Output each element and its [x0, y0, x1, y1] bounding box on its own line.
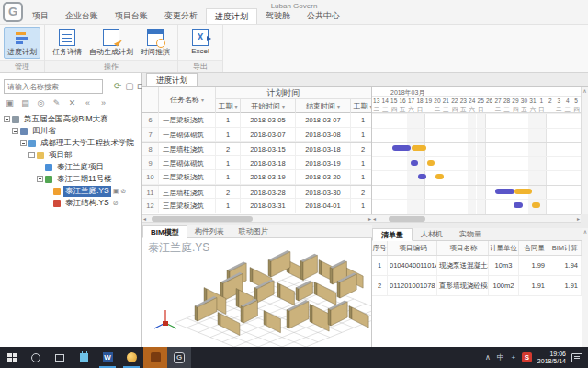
- locate-icon[interactable]: ◎: [36, 98, 46, 108]
- gold-app-button[interactable]: [119, 347, 143, 368]
- qty-cell: 011201001078: [388, 276, 437, 295]
- tree-expander-icon[interactable]: [4, 116, 10, 122]
- gantt-vertical-scrollbar[interactable]: ∧: [581, 87, 588, 214]
- table-row[interactable]: 8二层墙柱浇筑22018-03-152018-03-1822018-03-18: [142, 142, 371, 156]
- qty-col-header[interactable]: 计量单位: [489, 241, 519, 255]
- tree-expander-icon[interactable]: [20, 140, 27, 146]
- bim-viewport[interactable]: 泰江兰庭.YS: [142, 238, 372, 347]
- tab-progress-plan[interactable]: 进度计划: [146, 73, 198, 86]
- calendar-clock-button[interactable]: 时间推演: [137, 27, 174, 59]
- table-cell: 2: [216, 143, 241, 155]
- proj-blue-icon: [45, 164, 52, 171]
- delete-icon[interactable]: ✕: [67, 98, 77, 108]
- table-row[interactable]: 6一层梁板浇筑12018-03-052018-03-0712018-03-08: [142, 113, 371, 128]
- tree-expander-icon[interactable]: [12, 128, 18, 134]
- bim-tab-3[interactable]: 联动图片: [232, 225, 276, 238]
- ribbon-tab-6[interactable]: 驾驶舱: [257, 8, 299, 24]
- tray-plus-icon[interactable]: +: [507, 353, 520, 362]
- table-row[interactable]: 11三层墙柱浇筑22018-03-282018-03-3022018-03-30: [142, 185, 371, 200]
- gantt-bar-actual[interactable]: [514, 189, 532, 194]
- col-task-name[interactable]: 任务名称: [170, 96, 199, 104]
- qty-table-row[interactable]: 1010404001101A现浇泵送混凝土墙..10m31.991.94: [372, 256, 582, 276]
- expand-all-icon[interactable]: ▣: [5, 98, 15, 108]
- table-cell: 一层梁板浇筑: [159, 113, 216, 127]
- gantt-bar-plan[interactable]: [514, 202, 522, 208]
- gantt-bar-plan[interactable]: [392, 145, 411, 151]
- table-row[interactable]: 10二层梁板浇筑12018-03-192018-03-2012018-03-21: [142, 170, 371, 185]
- table-row[interactable]: 9二层砌体砌筑12018-03-182018-03-1912018-03-20: [142, 156, 371, 171]
- luban-app-button[interactable]: [143, 347, 167, 368]
- doc-edit-button[interactable]: 自动生成计划: [85, 27, 137, 59]
- tree-item[interactable]: 项目部: [0, 149, 141, 161]
- qty-col-header[interactable]: 项目编码: [388, 241, 437, 255]
- edit-icon[interactable]: ✎: [51, 98, 62, 108]
- gantt-bar-actual[interactable]: [435, 174, 444, 179]
- qty-tab-bar: 清单量人材机实物量: [372, 228, 588, 241]
- table-cell: 2018-03-18: [296, 143, 351, 155]
- taskbar-clock[interactable]: 19:06 2018/5/14: [537, 351, 566, 365]
- gantt-bar-plan[interactable]: [411, 160, 419, 166]
- ribbon-tab-1[interactable]: 项目: [24, 8, 57, 24]
- qty-tab-2[interactable]: 人材机: [413, 228, 451, 241]
- tree-item[interactable]: 泰江兰庭.YS▣⊘: [0, 185, 141, 197]
- store-button[interactable]: [72, 347, 96, 368]
- tree-item[interactable]: 四川省: [0, 125, 141, 137]
- tree-expander-icon[interactable]: [37, 176, 43, 182]
- gantt-bars-button[interactable]: 进度计划: [4, 27, 40, 59]
- collapse-all-icon[interactable]: ▤: [20, 98, 30, 108]
- ribbon-tab-7[interactable]: 公共中心: [299, 8, 348, 24]
- ribbon-tab-5[interactable]: 进度计划: [206, 8, 257, 24]
- qty-tab-3[interactable]: 实物量: [451, 228, 490, 241]
- ribbon-tab-3[interactable]: 项目台账: [107, 8, 156, 24]
- ribbon-tab-2[interactable]: 企业台账: [57, 8, 107, 24]
- ribbon-tab-4[interactable]: 变更分析: [156, 8, 206, 24]
- start-button[interactable]: [0, 347, 24, 368]
- tree-badge-icon: ▣: [113, 188, 119, 195]
- bim-tab-2[interactable]: 构件列表: [187, 225, 232, 238]
- gantt-weekday-label: 日: [415, 105, 424, 112]
- window-icon[interactable]: ▢: [124, 81, 135, 92]
- excel-button[interactable]: Excel: [182, 27, 219, 57]
- gantt-bar-actual[interactable]: [532, 202, 540, 208]
- gantt-bar-actual[interactable]: [427, 160, 435, 166]
- search-input[interactable]: [4, 79, 103, 94]
- cortana-button[interactable]: [24, 347, 48, 368]
- qty-col-header[interactable]: BIM计算量: [548, 241, 582, 255]
- task-list-button[interactable]: 任务详情: [49, 27, 85, 59]
- ime-icon[interactable]: 中: [494, 352, 507, 362]
- word-button[interactable]: W: [96, 347, 119, 368]
- gantt-day-label: 17: [407, 97, 415, 105]
- table-cell: 2018-03-15: [241, 143, 296, 155]
- luban-govern-button[interactable]: G: [167, 347, 191, 368]
- gantt-day-label: 13: [372, 97, 380, 105]
- bim-tab-1[interactable]: BIM模型: [142, 225, 187, 238]
- gantt-horizontal-scrollbar[interactable]: ◂▸: [372, 214, 581, 223]
- filter-icon[interactable]: «: [83, 98, 93, 108]
- qty-vertical-scrollbar[interactable]: ∧: [582, 228, 588, 347]
- gantt-bar-actual[interactable]: [412, 145, 426, 151]
- tray-expand-icon[interactable]: ∧: [481, 353, 494, 362]
- table-horizontal-scrollbar[interactable]: ◂▸: [142, 214, 372, 223]
- ribbon-toolbar: 进度计划管理任务详情自动生成计划时间推演操作Excel导出: [0, 25, 588, 73]
- gantt-weekday-label: 一: [424, 105, 433, 112]
- qty-table-row[interactable]: 2011201001078直形墙现浇砼模板..100m21.911.91: [372, 276, 582, 296]
- qty-col-header[interactable]: 序号: [372, 241, 388, 255]
- tree-item[interactable]: 泰江兰庭项目: [0, 161, 141, 173]
- table-row[interactable]: 7一层砌体砌筑12018-03-072018-03-0812018-03-09: [142, 128, 371, 143]
- gantt-bar-plan[interactable]: [495, 189, 514, 194]
- tree-item[interactable]: 泰江结构.YS⊘: [0, 197, 141, 209]
- task-view-button[interactable]: [48, 347, 72, 368]
- gantt-bar-plan[interactable]: [418, 174, 426, 179]
- tree-item[interactable]: 成都理工大学工程技术学院: [0, 137, 141, 149]
- table-row[interactable]: 12三层梁板浇筑12018-03-312018-04-0112018-04-01: [142, 199, 371, 213]
- refresh-icon[interactable]: ⟳: [112, 81, 123, 92]
- tree-item[interactable]: 第五届全国高校BIM大赛: [0, 113, 141, 125]
- tree-item[interactable]: 泰江二期11号楼: [0, 173, 141, 185]
- sogou-input-icon[interactable]: S: [522, 352, 532, 362]
- tree-expander-icon[interactable]: [28, 152, 35, 158]
- action-center-icon[interactable]: [571, 353, 582, 362]
- qty-col-header[interactable]: 项目名称: [437, 241, 489, 255]
- qty-tab-1[interactable]: 清单量: [372, 228, 413, 241]
- more-icon[interactable]: »: [98, 98, 108, 108]
- qty-col-header[interactable]: 合同量: [519, 241, 548, 255]
